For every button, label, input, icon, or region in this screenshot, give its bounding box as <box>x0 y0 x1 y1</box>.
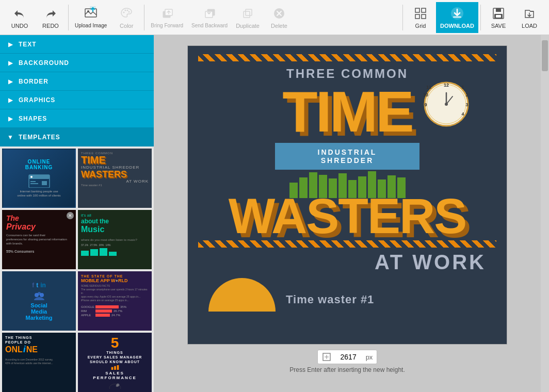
close-icon[interactable]: ✕ <box>67 212 74 219</box>
upload-image-button[interactable]: Upload Image <box>71 2 111 33</box>
stripe-top <box>198 54 496 61</box>
load-button[interactable]: LOAD <box>514 2 545 33</box>
at-work-section: AT WORK <box>188 251 507 274</box>
accordion-graphics[interactable]: ▶ GRAPHICS <box>0 91 154 109</box>
scroll-thumb[interactable] <box>542 40 548 71</box>
svg-rect-16 <box>415 14 419 19</box>
chevron-right-icon: ▶ <box>6 59 14 67</box>
template-social-media-marketing[interactable]: f t in Social Media Marketing <box>2 271 76 331</box>
height-hint: Press Enter after inserting the new heig… <box>289 366 405 373</box>
save-label: SAVE <box>491 23 506 29</box>
template-things-online[interactable]: THE THINGS PEOPLE DO ONL i NE According … <box>2 333 76 392</box>
accordion-templates[interactable]: ▼ TEMPLATES <box>0 128 154 146</box>
svg-rect-36 <box>111 367 113 370</box>
delete-button[interactable]: Delete <box>264 2 295 33</box>
upload-image-icon <box>84 6 98 21</box>
svg-rect-37 <box>114 366 116 370</box>
canvas[interactable]: THREE COMMON TIME 12 <box>187 45 507 345</box>
circle-decoration <box>208 278 276 312</box>
separator2 <box>144 5 144 30</box>
grid-label: Grid <box>415 23 426 29</box>
scroll-track[interactable] <box>541 35 549 392</box>
svg-rect-22 <box>496 15 501 18</box>
download-label: DOWNLOAD <box>440 23 474 29</box>
grid-icon <box>413 6 428 21</box>
chevron-down-icon: ▼ <box>6 133 14 141</box>
download-icon <box>450 6 464 21</box>
undo-label: UNDO <box>11 23 28 29</box>
timewaster-label: Time waster #1 <box>286 293 374 312</box>
svg-point-6 <box>128 11 130 12</box>
upload-image-label: Upload Image <box>75 23 107 28</box>
svg-point-35 <box>40 293 44 297</box>
save-button[interactable]: SAVE <box>483 2 514 33</box>
accordion-text-label: TEXT <box>19 41 37 48</box>
svg-text:9: 9 <box>424 102 427 107</box>
send-backward-button[interactable]: Send Backward <box>187 2 232 33</box>
scrollbar[interactable] <box>541 35 549 392</box>
svg-rect-31 <box>100 248 107 256</box>
height-unit: px <box>366 353 373 361</box>
duplicate-icon <box>240 6 255 21</box>
svg-text:4: 4 <box>461 111 464 117</box>
template-sales-performance[interactable]: 5 THINGSEVERY SALES MANAGERSHOULD KNOW A… <box>78 333 152 392</box>
infographic: THREE COMMON TIME 12 <box>188 46 507 344</box>
accordion-templates-label: TEMPLATES <box>19 134 60 141</box>
svg-point-55 <box>445 103 448 106</box>
svg-rect-11 <box>244 11 250 18</box>
delete-icon <box>272 6 286 21</box>
stripe-bottom <box>198 240 496 248</box>
svg-point-3 <box>123 11 125 13</box>
svg-rect-12 <box>246 9 252 15</box>
chevron-right-icon: ▶ <box>6 40 14 48</box>
download-button[interactable]: DOWNLOAD <box>436 2 478 33</box>
color-button[interactable]: Color <box>111 2 142 33</box>
toolbar: UNDO REDO Upload Image <box>0 0 549 35</box>
timewaster-footer: Time waster #1 <box>188 278 507 312</box>
undo-button[interactable]: UNDO <box>4 2 35 33</box>
clock: 12 1 2 3 4 11 10 9 <box>416 78 476 132</box>
svg-text:12: 12 <box>444 83 449 88</box>
resize-icon <box>322 352 331 362</box>
svg-point-41 <box>116 385 118 387</box>
height-input-box: 2617 px <box>317 350 378 364</box>
load-icon <box>522 6 537 21</box>
undo-icon <box>12 6 27 21</box>
template-time-wasters[interactable]: THREE COMMON TIME INDUSTRIAL SHREDDER WA… <box>78 149 152 208</box>
svg-text:2: 2 <box>465 92 468 97</box>
left-panel: ▶ TEXT ▶ BACKGROUND ▶ BORDER ▶ GRAPHICS … <box>0 35 154 392</box>
template-privacy[interactable]: The Privacy Consumers can be said theirp… <box>2 210 76 269</box>
template-music[interactable]: it's all about the Music where do you mo… <box>78 210 152 269</box>
accordion-text[interactable]: ▶ TEXT <box>0 35 154 54</box>
wasters-section: WASTERS <box>188 194 507 238</box>
accordion-background-label: BACKGROUND <box>19 59 69 67</box>
industrial-shredder-box: INDUSTRIAL SHREDDER <box>275 143 419 170</box>
at-work-text: AT WORK <box>375 251 486 273</box>
accordion-background[interactable]: ▶ BACKGROUND <box>0 54 154 72</box>
redo-button[interactable]: REDO <box>35 2 66 33</box>
grid-button[interactable]: Grid <box>405 2 436 33</box>
color-label: Color <box>120 23 133 29</box>
accordion-border[interactable]: ▶ BORDER <box>0 72 154 91</box>
svg-rect-38 <box>117 365 119 370</box>
save-icon <box>491 6 506 21</box>
chevron-right-icon: ▶ <box>6 77 14 86</box>
delete-label: Delete <box>271 23 287 29</box>
svg-point-25 <box>30 176 33 178</box>
svg-point-4 <box>125 9 126 11</box>
svg-text:11: 11 <box>426 85 431 90</box>
height-input[interactable]: 2617 <box>334 353 363 361</box>
accordion-shapes[interactable]: ▶ SHAPES <box>0 109 154 128</box>
separator4 <box>480 5 481 30</box>
accordion-graphics-label: GRAPHICS <box>19 96 55 104</box>
template-online-banking[interactable]: ONLINE BANKING Internet banking people u… <box>2 149 76 208</box>
accordion-border-label: BORDER <box>19 78 49 85</box>
svg-text:1: 1 <box>461 85 464 90</box>
bring-forward-button[interactable]: Bring Forward <box>147 2 187 33</box>
template-mobile-app-world[interactable]: THE STATE OF THE MOBILE APP W●RLD SOME S… <box>78 271 152 331</box>
bring-forward-icon <box>160 6 174 21</box>
load-label: LOAD <box>522 23 537 29</box>
separator3 <box>402 5 403 30</box>
svg-text:10: 10 <box>423 92 428 97</box>
duplicate-button[interactable]: Duplicate <box>232 2 264 33</box>
